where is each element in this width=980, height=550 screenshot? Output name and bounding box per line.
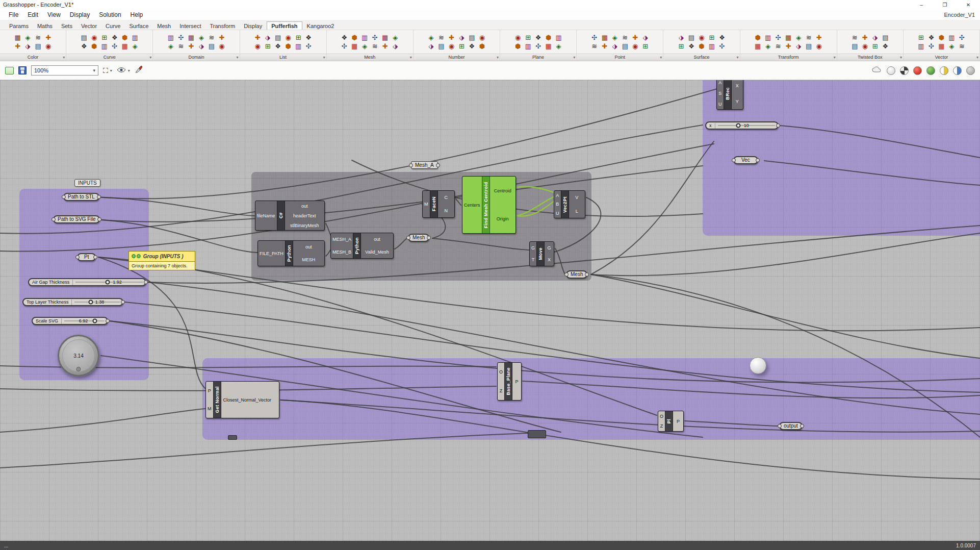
tool-icon[interactable]: ▦ [754,42,762,51]
tool-icon[interactable]: ◉ [284,34,293,42]
param-out[interactable]: P [514,379,520,384]
param-pt[interactable]: Pt [77,253,96,261]
component-python-1[interactable]: FILE_PATH Python out MESH [257,240,325,266]
param-out[interactable]: out [363,237,392,242]
tool-icon[interactable]: ⊞ [100,34,109,42]
tool-icon[interactable]: ❖ [927,34,936,42]
component-name-bar[interactable]: Find Mesh Centroid [482,177,490,233]
tool-icon[interactable]: ▥ [917,42,925,51]
tool-icon[interactable]: ⬢ [513,42,522,51]
tab-vector[interactable]: Vector [77,22,101,30]
tool-icon[interactable]: ▦ [937,42,946,51]
tool-icon[interactable]: ⊞ [294,34,303,42]
output-params[interactable]: Closest_Normal_Vector [221,382,279,418]
tool-icon[interactable]: ❖ [340,34,349,42]
tool-icon[interactable]: ❖ [274,42,282,51]
component-name-bar[interactable]: Vec2Pt [561,191,569,218]
tool-icon[interactable]: ▤ [274,34,282,42]
partial-component[interactable] [228,435,237,440]
menu-display[interactable]: Display [65,10,94,19]
yellow-sphere-icon[interactable] [940,66,948,75]
param-out[interactable]: V [571,195,584,200]
tab-intersect[interactable]: Intersect [175,22,205,30]
tool-icon[interactable]: ≋ [34,34,42,42]
tab-kangaroo2[interactable]: Kangaroo2 [303,22,339,30]
component-brec[interactable]: A S U BRec X Y [716,80,743,110]
slider-grip[interactable] [106,280,110,285]
tool-icon[interactable]: ▤ [468,34,476,42]
menu-edit[interactable]: Edit [23,10,43,19]
param-in[interactable]: S [718,91,722,96]
tool-icon[interactable]: ⬗ [794,42,803,51]
component-name-bar[interactable]: Move [536,242,545,266]
tool-icon[interactable]: ⬗ [427,42,435,51]
param-in[interactable]: Z [660,423,663,429]
tool-icon[interactable]: ❖ [110,34,119,42]
output-params[interactable]: C N [438,191,455,217]
tool-icon[interactable]: ≋ [621,34,629,42]
tool-icon[interactable]: ⬗ [264,34,272,42]
component-name-bar[interactable]: Python [353,233,361,258]
tool-icon[interactable]: ▦ [187,34,195,42]
ribbon-group-label[interactable]: Vector▾ [904,54,979,61]
component-name-bar[interactable]: Base_Plane [504,363,512,400]
component-facen[interactable]: M FaceN C N [422,190,455,218]
tool-icon[interactable]: ✣ [110,42,119,51]
param-in[interactable]: O [660,414,663,419]
param-mesh-a-label[interactable]: Mesh_A [411,161,438,169]
tool-icon[interactable]: ⬗ [641,34,650,42]
tool-icon[interactable]: ◈ [391,34,400,42]
tool-icon[interactable]: ▦ [544,42,553,51]
param-in[interactable]: U [718,102,722,107]
param-out[interactable]: C [440,195,453,200]
param-in[interactable]: Z [499,388,503,393]
tool-icon[interactable]: ✣ [590,34,599,42]
tab-params[interactable]: Params [5,22,33,30]
output-params[interactable]: V L [569,191,585,218]
param-in[interactable]: G [531,245,535,251]
slider-grip[interactable] [88,300,93,305]
tool-icon[interactable]: ✣ [774,34,783,42]
slider-x[interactable]: x 10 [705,121,779,130]
output-params[interactable]: Centroid Origin [490,177,515,233]
tool-icon[interactable]: ✚ [253,34,262,42]
tool-icon[interactable]: ◈ [166,42,175,51]
tool-icon[interactable]: ✚ [447,34,456,42]
param-in[interactable]: U [556,211,559,216]
slider-top-layer-thickness[interactable]: Top Layer Thickness 1.38 [22,298,123,306]
tool-icon[interactable]: ✣ [717,42,726,51]
tool-icon[interactable]: ▥ [947,34,956,42]
param-path-to-stl[interactable]: Path to STL [63,193,99,201]
tool-icon[interactable]: ≋ [207,34,216,42]
tool-icon[interactable]: ▥ [131,34,139,42]
tool-icon[interactable]: ▦ [784,34,793,42]
input-params[interactable]: MESH_A MESH_B [331,233,353,258]
component-name-bar[interactable]: Python [285,241,293,266]
tool-icon[interactable]: ▥ [360,34,369,42]
slider-track[interactable]: 1.38 [72,299,122,305]
tool-icon[interactable]: ◈ [23,34,32,42]
param-out[interactable]: Valid_Mesh [363,249,392,255]
component-vec2pt[interactable]: A B U Vec2Pt V L [554,190,585,218]
param-in[interactable]: O [499,369,503,374]
component-name-bar[interactable]: C# [277,201,285,230]
slider-air-gap-thickness[interactable]: Air Gap Thickness 1.92 [28,278,146,286]
tool-icon[interactable]: ◉ [90,34,98,42]
tab-curve[interactable]: Curve [101,22,124,30]
tool-icon[interactable]: ⬗ [457,34,466,42]
tool-icon[interactable]: ⊞ [677,42,685,51]
tab-display[interactable]: Display [240,22,266,30]
param-in[interactable]: MESH_A [332,237,351,242]
param-mesh-1[interactable]: Mesh [408,234,429,242]
tool-icon[interactable]: ✚ [784,42,793,51]
tool-icon[interactable]: ◈ [610,34,619,42]
menu-file[interactable]: File [4,10,23,19]
input-params[interactable]: Centers [462,177,482,233]
tool-icon[interactable]: ▦ [600,34,609,42]
param-in[interactable]: A [556,193,559,198]
component-name-bar[interactable]: BRec [724,80,732,109]
tool-icon[interactable]: ⊞ [524,34,532,42]
slider-grip[interactable] [736,123,740,128]
ribbon-group-label[interactable]: Surface▾ [663,54,739,61]
tool-icon[interactable]: ✣ [534,42,543,51]
